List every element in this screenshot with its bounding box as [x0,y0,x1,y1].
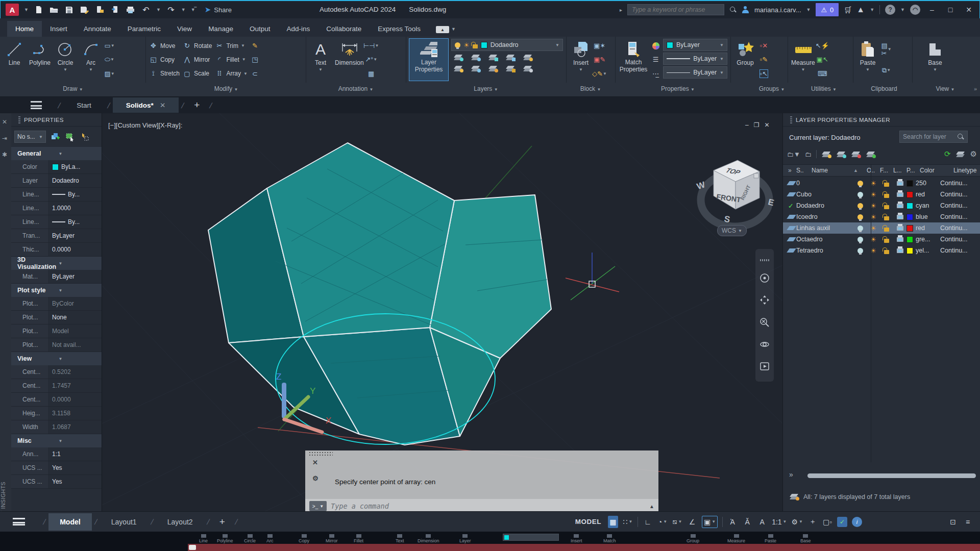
workspace-gear-icon[interactable]: ⚙▼ [792,516,803,528]
panel-label-utilities[interactable]: Utilities ▼ [811,85,837,92]
layer-user-icon[interactable] [523,54,533,61]
layer-match-icon[interactable] [471,54,481,61]
select-window-icon[interactable]: ▣↖ [818,55,827,64]
delete-layer-icon[interactable] [851,151,861,158]
array-button[interactable]: ⠿Array▼ [215,67,248,80]
panel-label-modify[interactable]: Modify ▼ [214,85,238,92]
autodesk-menu-caret-icon[interactable]: ▼ [870,7,874,12]
layer-color-swatch[interactable] [906,191,913,198]
model-tab[interactable]: Model [48,513,91,531]
layer-lock-icon[interactable] [884,250,889,254]
ribbon-display-toggle[interactable]: ▲ [436,26,449,33]
fillet-button[interactable]: ◜Fillet▼ [215,53,248,66]
layer-lock-icon[interactable] [884,183,889,187]
property-row[interactable]: Plot...Not avail... [11,338,102,352]
search-icon[interactable] [729,6,737,13]
trim-button[interactable]: ✂Trim▼ [215,39,248,53]
model-space-badge[interactable]: MODEL [575,518,601,525]
linetype-dropdown[interactable]: ByLayer▼ [663,66,727,79]
palette-close-icon[interactable]: ✕ [2,118,7,126]
maximize-button[interactable]: □ [944,6,957,14]
property-row[interactable]: Heig...3.1158 [11,407,102,420]
plot-icon[interactable] [126,5,136,14]
new-property-filter-icon[interactable]: 🗀▼ [787,151,800,158]
ribbon-overflow-icon[interactable]: » [974,86,977,92]
ribbon-tab-add-ins[interactable]: Add-ins [278,21,318,37]
zoom-icon[interactable] [760,317,770,328]
layer-linetype[interactable]: Continu... [940,180,980,187]
layer-columns-header[interactable]: » S.. Name ▲ O.. F... L... P... Color Li… [783,164,980,177]
layer-lock-icon[interactable] [505,54,516,61]
quick-select-icon[interactable]: ↖⚡ [818,41,827,50]
copy-clip-icon[interactable]: ⧉ ▼ [882,66,891,74]
save-to-web-icon[interactable] [110,5,120,14]
group-button[interactable]: Group [734,39,756,81]
layer-unisolate-icon[interactable] [471,65,481,72]
pan-icon[interactable] [760,295,770,305]
table-icon[interactable]: ▦ [367,69,376,78]
ribbon-tab-collaborate[interactable]: Collaborate [318,21,370,37]
property-row[interactable]: Line...By... [11,215,102,229]
scale-button[interactable]: ▢Scale [183,67,212,80]
ellipse-tool-icon[interactable]: ⬭ ▼ [105,55,114,64]
layer-lock-icon[interactable] [884,194,889,198]
layer-row-linhas-auxil[interactable]: Linhas auxil☀redContinu... [783,222,980,234]
user-menu-caret-icon[interactable]: ▼ [806,7,811,12]
selection-dropdown[interactable]: No s...▼ [14,131,46,143]
share-button[interactable]: ➤Share [205,5,232,14]
minimize-button[interactable]: – [925,6,939,14]
offset-icon[interactable]: ⊂ [251,69,259,78]
help-caret-icon[interactable]: ▼ [900,7,905,12]
palette-autohide-icon[interactable]: ⇥ [2,135,7,142]
tab-close-icon[interactable]: ✕ [160,102,165,109]
qat-customize-icon[interactable]: ▼̿ [191,7,195,12]
autocad-logo[interactable]: A [6,4,19,16]
panel-label-draw[interactable]: Draw ▼ [63,85,83,92]
layer-on-icon[interactable] [857,237,863,242]
quick-select-palette-icon[interactable] [79,132,90,142]
ribbon-tab-parametric[interactable]: Parametric [119,21,169,37]
property-row[interactable]: Width1.0687 [11,420,102,434]
new-layer-vp-icon[interactable] [836,151,846,158]
showmotion-icon[interactable] [760,361,770,371]
dimension-button[interactable]: Dimension [335,39,364,81]
vp-minimize-icon[interactable]: – [745,121,749,129]
orbit-icon[interactable] [760,339,770,349]
collapse-chevron-icon[interactable]: » [783,167,796,174]
new-file-icon[interactable] [34,5,44,14]
quick-calc-icon[interactable]: ⌨ [818,69,827,78]
vp-close-icon[interactable]: ✕ [764,121,769,129]
layer-color-swatch[interactable] [906,225,913,232]
layer-search-input[interactable]: Search for layer [899,131,968,143]
graphics-performance-icon[interactable]: ✓ [837,517,847,527]
property-row[interactable]: Cent...0.0000 [11,393,102,407]
rectangle-tool-icon[interactable]: ▭ ▼ [105,41,114,50]
edit-block-icon[interactable]: ▣✎ [595,55,604,64]
layout1-tab[interactable]: Layout1 [100,513,148,531]
move-button[interactable]: ✥Move [149,39,180,53]
redo-caret-icon[interactable]: ▼ [181,7,186,12]
ortho-mode-icon[interactable]: ∟ [643,516,653,528]
user-name[interactable]: mariana.i.carv... [754,6,801,14]
properties-palette-header[interactable]: PROPERTIES [11,113,102,127]
layer-row-0[interactable]: 0☀250Continu... [783,178,980,189]
layer-color-swatch[interactable] [906,214,913,220]
isometric-drafting-icon[interactable]: ⧅▼ [672,516,682,528]
object-color-dropdown[interactable]: ByLayer▼ [663,39,727,51]
layer-plot-icon[interactable] [897,192,903,197]
stretch-button[interactable]: ⟟Stretch [149,67,180,80]
insert-button[interactable]: Insert▼ [570,39,592,81]
command-window-grip[interactable] [309,452,333,456]
panel-label-layers[interactable]: Layers ▼ [474,85,498,92]
layer-horizontal-scrollbar[interactable] [807,473,976,478]
command-prompt-icon[interactable]: >_▼ [309,501,327,511]
property-row[interactable]: UCS ...Yes [11,475,102,489]
command-expand-icon[interactable]: ▲ [649,504,654,509]
tab-solidos[interactable]: Solidos*✕ [113,97,179,113]
ungroup-icon[interactable]: ▫✕ [760,41,768,50]
panel-label-clipboard[interactable]: Clipboard [871,85,897,92]
layer-row-tetraedro[interactable]: Tetraedro☀yel...Continu... [783,245,980,256]
new-group-filter-icon[interactable]: 🗀 [805,151,812,158]
wcs-menu[interactable]: WCS▼ [717,225,747,236]
layer-lock-icon[interactable] [884,205,889,209]
